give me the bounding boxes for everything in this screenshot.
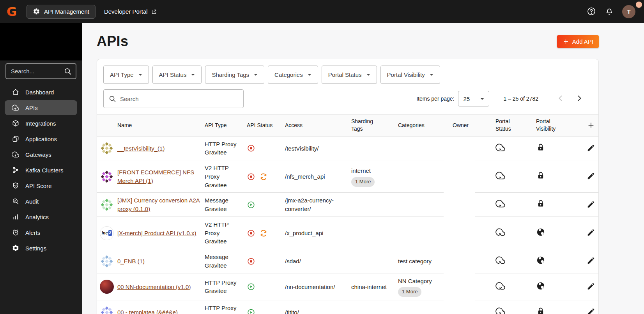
filter-label: API Type [110,71,134,78]
table-row: 00 NN-documentation (v1.0)HTTP ProxyGrav… [97,273,598,301]
column-header-sharding-tags: Sharding Tags [351,118,398,133]
edit-api-button[interactable] [586,227,596,239]
next-page-button[interactable] [574,94,584,104]
api-type-cell: V2 HTTP ProxyGravitee [205,220,247,246]
sidebar-item-label: Applications [25,136,57,142]
column-header-label: API Status [247,122,272,129]
help-button[interactable] [586,7,596,17]
filter-sharding-tags[interactable]: Sharding Tags [205,66,264,84]
apps-icon [12,135,19,143]
sidebar-item-label: Settings [25,245,46,252]
api-engine-label: Gravitee [205,205,242,213]
add-column-button[interactable] [583,121,599,129]
table-row: [FRONT ECOMMERCE] NFS Merch API (1)V2 HT… [97,160,598,193]
column-header-label: Portal Status [495,118,515,133]
pencil-icon [587,256,595,265]
filter-api-status[interactable]: API Status [152,66,202,84]
column-header-api-type: API Type [205,121,247,130]
edit-api-button[interactable] [586,255,596,267]
home-icon [12,88,19,96]
column-header-label: Name [117,122,132,129]
pencil-icon [587,144,595,152]
gear-icon [12,244,19,252]
globe-icon [536,255,545,265]
api-type-label: HTTP Proxy [205,140,242,149]
sharding-tag: internet [351,167,393,175]
filter-categories[interactable]: Categories [268,66,318,84]
pagination-range: 1 – 25 of 2782 [503,96,538,102]
column-header-label: Portal Visibility [536,118,560,133]
sharding-tag: china-internet [351,283,393,291]
api-type-label: HTTP Proxy [205,304,242,312]
cloud-x-icon [495,142,506,153]
api-status-cell [247,200,285,209]
cube-icon [12,119,19,127]
api-engine-label: Gravitee [205,261,242,270]
gravitee-logo-icon[interactable]: G [5,5,19,19]
table-search-input[interactable] [120,96,239,102]
sidebar-item-label: Analytics [25,214,49,220]
sidebar-item-settings[interactable]: Settings [5,241,77,255]
edit-api-button[interactable] [586,143,596,154]
filter-portal-status[interactable]: Portal Status [322,66,377,84]
pencil-icon [587,307,595,314]
filter-label: Sharding Tags [212,71,249,78]
sidebar-item-label: API Score [25,183,52,189]
sidebar-item-analytics[interactable]: Analytics [5,209,77,224]
sidebar-item-kafka-clusters[interactable]: Kafka Clusters [5,163,77,177]
chevron-down-icon [480,98,484,100]
cloud-check-icon [495,281,506,291]
items-per-page-select[interactable]: 25 [458,91,489,106]
sidebar-nav: DashboardAPIsIntegrationsApplicationsGat… [0,85,82,255]
sidebar-item-audit[interactable]: Audit [5,194,77,209]
sidebar-item-alerts[interactable]: Alerts [5,225,77,240]
previous-page-button[interactable] [556,94,566,104]
edit-api-button[interactable] [586,307,596,314]
user-avatar[interactable]: T [622,5,635,18]
api-name-link[interactable]: __testVisibility_(1) [117,145,165,152]
access-cell: /testVisibility/ [285,144,351,153]
filter-api-type[interactable]: API Type [103,66,149,84]
filter-label: Portal Visibility [387,71,425,78]
avatar-cell [97,305,117,314]
sidebar-item-integrations[interactable]: Integrations [5,116,77,131]
api-engine-label: Gravitee [205,287,242,295]
more-categories-chip[interactable]: 1 More [398,287,421,297]
sidebar-item-apis[interactable]: APIs [5,100,77,115]
api-name-link[interactable]: 00 - templatea (&éé&e) [117,309,178,314]
stop-icon [247,172,255,181]
api-avatar [100,305,114,314]
edit-api-button[interactable] [586,281,596,293]
sidebar-item-applications[interactable]: Applications [5,131,77,146]
api-management-button[interactable]: API Management [27,5,96,19]
edit-api-button[interactable] [586,199,596,211]
api-name-link[interactable]: [X-merch] Product API (v1.0.x) [117,230,196,236]
portal-visibility-cell [536,171,583,183]
sidebar-item-gateways[interactable]: Gateways [5,147,77,162]
play-icon [247,200,255,209]
api-name-cell: 00 - templatea (&éé&e) [117,308,205,314]
sidebar-item-api-score[interactable]: API Score [5,178,77,193]
api-type-label: V2 HTTP Proxy [205,164,242,181]
api-status-cell [247,282,285,291]
api-name-link[interactable]: [JMX] Currency conversion A2A proxy (0.1… [117,197,200,212]
api-type-cell: HTTP ProxyGravitee [205,304,247,314]
filter-portal-visibility[interactable]: Portal Visibility [380,66,440,84]
sidebar-search-input[interactable] [11,68,64,75]
edit-api-button[interactable] [586,171,596,182]
column-header-label: Sharding Tags [351,118,376,133]
api-name-link[interactable]: [FRONT ECOMMERCE] NFS Merch API (1) [117,169,194,184]
more-tags-chip[interactable]: 1 More [351,177,375,187]
add-api-button[interactable]: Add API [557,35,599,48]
notifications-button[interactable] [604,7,614,17]
sidebar-item-dashboard[interactable]: Dashboard [5,85,77,99]
access-cell: /x_product_api [285,229,351,238]
api-name-link[interactable]: 00 NN-documentation (v1.0) [117,284,191,290]
api-name-link[interactable]: 0_ENB (1) [117,258,145,264]
lock-icon [536,307,545,314]
api-avatar [100,198,114,212]
cloud-x-icon [495,199,506,209]
sidebar-item-label: Alerts [25,229,40,236]
chevron-down-icon [308,74,311,76]
developer-portal-link[interactable]: Developer Portal [104,8,157,15]
